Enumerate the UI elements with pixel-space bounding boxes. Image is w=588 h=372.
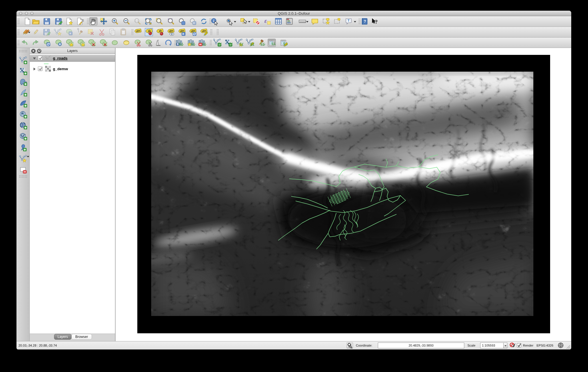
svg-text:T: T <box>347 18 350 22</box>
svg-text:i: i <box>213 19 215 23</box>
svg-text:abc: abc <box>169 29 173 33</box>
svg-text:abc: abc <box>191 29 195 33</box>
svg-text:?: ? <box>375 19 378 25</box>
svg-text:abc: abc <box>136 29 140 33</box>
svg-text:1:1: 1:1 <box>135 20 139 22</box>
svg-text:abc: abc <box>202 29 206 33</box>
svg-text:ab: ab <box>158 29 162 32</box>
svg-text:?: ? <box>364 19 366 24</box>
svg-text:ε: ε <box>265 17 267 24</box>
svg-text:abc: abc <box>180 29 184 33</box>
